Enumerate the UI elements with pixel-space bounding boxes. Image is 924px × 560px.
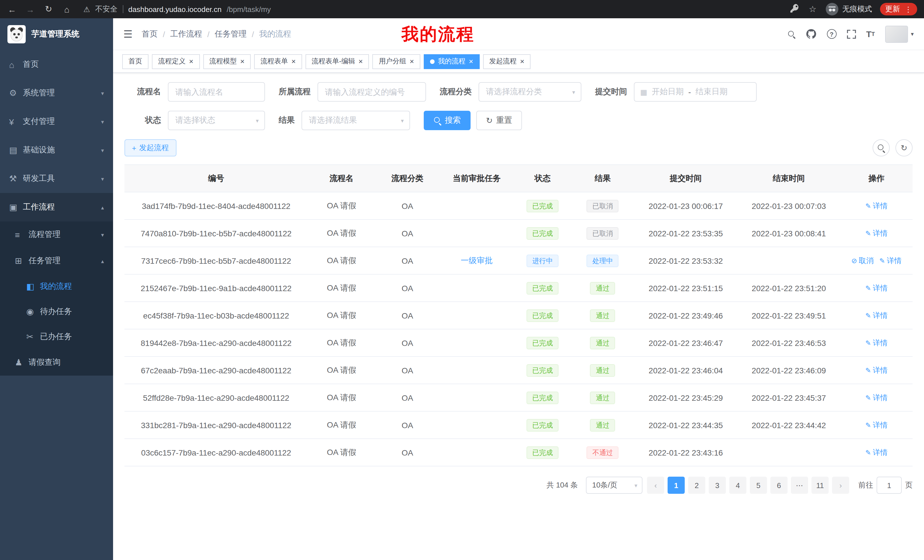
reset-button[interactable]: ↻ 重置 — [476, 111, 522, 130]
sidebar-item-done-tasks[interactable]: ✂已办任务 — [0, 324, 113, 349]
status-tag: 进行中 — [526, 254, 558, 267]
chevron-down-icon: ▾ — [393, 117, 404, 124]
tab-item[interactable]: 发起流程× — [483, 54, 531, 69]
sidebar-item-dev-tools[interactable]: ⚒研发工具▾ — [0, 165, 113, 193]
create-process-button[interactable]: + 发起流程 — [124, 139, 176, 156]
current-task-link[interactable]: 一级审批 — [461, 256, 493, 265]
app-logo[interactable]: 芋道管理系统 — [0, 18, 113, 50]
close-icon[interactable]: × — [291, 58, 296, 65]
detail-link[interactable]: ✎详情 — [879, 256, 902, 266]
sidebar-item-infrastructure[interactable]: ▤基础设施▾ — [0, 136, 113, 165]
page-button[interactable]: 3 — [709, 477, 726, 494]
detail-link[interactable]: ✎详情 — [866, 447, 888, 458]
table-head: 编号流程名流程分类当前审批任务状态结果提交时间结束时间操作 — [124, 165, 913, 192]
bookmark-star-icon[interactable]: ☆ — [807, 4, 818, 14]
detail-link[interactable]: ✎详情 — [866, 365, 888, 375]
page-button[interactable]: 5 — [750, 477, 767, 494]
plus-icon: + — [132, 144, 136, 152]
font-t-small: T — [872, 31, 875, 37]
browser-back-icon[interactable]: ← — [7, 4, 17, 14]
page-button[interactable]: 6 — [770, 477, 788, 494]
sidebar-item-leave-query[interactable]: ♟请假查询 — [0, 349, 113, 376]
cancel-link[interactable]: ⊘取消 — [851, 256, 873, 266]
sidebar-item-workflow[interactable]: ▣工作流程▴ — [0, 193, 113, 222]
result-tag: 已取消 — [587, 199, 619, 212]
close-icon[interactable]: × — [469, 58, 473, 65]
browser-forward-icon[interactable]: → — [25, 4, 35, 14]
breadcrumb-item[interactable]: 工作流程 — [170, 29, 202, 39]
process-definition-input[interactable] — [318, 82, 426, 102]
breadcrumb-item[interactable]: 首页 — [142, 29, 158, 39]
todo-icon: ◉ — [26, 307, 40, 317]
fullscreen-icon[interactable] — [847, 29, 856, 39]
user-menu[interactable]: ▾ — [885, 25, 914, 42]
process-name-input[interactable] — [168, 82, 265, 102]
tab-item[interactable]: 用户分组× — [373, 54, 420, 69]
prev-page-button[interactable]: ‹ — [647, 477, 664, 494]
next-page-button[interactable]: › — [832, 477, 849, 494]
detail-link[interactable]: ✎详情 — [866, 283, 888, 293]
goto-page-input[interactable] — [877, 477, 902, 494]
sidebar-item-system-management[interactable]: ⚙系统管理▾ — [0, 79, 113, 107]
detail-link[interactable]: ✎详情 — [866, 228, 888, 238]
breadcrumb-item[interactable]: 任务管理 — [215, 29, 247, 39]
tab-item[interactable]: 流程定义× — [152, 54, 200, 69]
search-icon[interactable] — [787, 30, 795, 38]
address-bar[interactable]: ⚠ 不安全 dashboard.yudao.iocoder.cn/bpm/tas… — [83, 4, 271, 14]
sidebar-item-payment-management[interactable]: ¥支付管理▾ — [0, 107, 113, 136]
search-button[interactable]: 搜索 — [424, 111, 471, 130]
incognito-badge[interactable]: 无痕模式 — [826, 3, 872, 15]
result-select[interactable]: 请选择流结果 ▾ — [302, 111, 410, 130]
update-button[interactable]: 更新 ⋮ — [880, 3, 917, 15]
tab-item[interactable]: 流程表单-编辑× — [306, 54, 369, 69]
more-pages-button[interactable]: ⋯ — [791, 477, 808, 494]
status-select[interactable]: 请选择状态 ▾ — [168, 111, 265, 130]
browser-menu-icon[interactable]: ⋮ — [904, 5, 912, 13]
detail-link[interactable]: ✎详情 — [866, 310, 888, 320]
cell-process-name: OA 请假 — [308, 356, 375, 384]
tab-item[interactable]: 流程表单× — [254, 54, 302, 69]
goto-page: 前往 页 — [858, 477, 913, 494]
tab-item[interactable]: 我的流程× — [424, 54, 479, 69]
tab-item[interactable]: 首页 — [122, 54, 148, 69]
detail-link[interactable]: ✎详情 — [866, 338, 888, 348]
sidebar-item-task-management[interactable]: ⊞任务管理▴ — [0, 248, 113, 274]
font-size-icon[interactable]: TT — [866, 29, 875, 39]
page-button[interactable]: 1 — [668, 477, 685, 494]
page-button[interactable]: 4 — [729, 477, 746, 494]
cell-process-name: OA 请假 — [308, 302, 375, 329]
sidebar-item-home[interactable]: ⌂首页 — [0, 50, 113, 79]
close-icon[interactable]: × — [410, 58, 414, 65]
sidebar-item-process-management[interactable]: ≡流程管理▾ — [0, 222, 113, 248]
page-button[interactable]: 11 — [812, 477, 829, 494]
fullscreen-icon-svg — [847, 29, 856, 39]
close-icon[interactable]: × — [189, 58, 193, 65]
detail-link[interactable]: ✎详情 — [866, 392, 888, 403]
browser-home-icon[interactable]: ⌂ — [62, 4, 72, 14]
tab-item[interactable]: 流程模型× — [203, 54, 251, 69]
column-header: 编号 — [124, 165, 308, 192]
github-icon[interactable] — [806, 28, 816, 39]
refresh-table-button[interactable]: ↻ — [896, 139, 913, 156]
submit-time-range-picker[interactable]: ▦ 开始日期 - 结束日期 — [634, 82, 757, 102]
hamburger-icon[interactable]: ☰ — [123, 28, 132, 40]
detail-link[interactable]: ✎详情 — [866, 420, 888, 430]
key-icon[interactable] — [789, 4, 800, 14]
close-icon[interactable]: × — [358, 58, 363, 65]
sidebar-item-todo-tasks[interactable]: ◉待办任务 — [0, 299, 113, 324]
category-select[interactable]: 请选择流程分类 ▾ — [478, 82, 581, 102]
browser-reload-icon[interactable]: ↻ — [44, 4, 54, 14]
cell-status: 已完成 — [514, 411, 572, 439]
help-icon[interactable]: ? — [826, 29, 836, 39]
cell-submit-time: 2022-01-22 23:49:46 — [634, 302, 737, 329]
action-label: 详情 — [873, 392, 888, 403]
show-search-button[interactable] — [873, 139, 890, 156]
close-icon[interactable]: × — [240, 58, 244, 65]
close-icon[interactable]: × — [520, 58, 524, 65]
page-size-select[interactable]: 10条/页 ▾ — [586, 477, 642, 494]
detail-link[interactable]: ✎详情 — [866, 201, 888, 211]
edit-icon: ✎ — [866, 284, 871, 292]
sidebar-item-my-process[interactable]: ◧我的流程 — [0, 274, 113, 299]
page-button[interactable]: 2 — [688, 477, 705, 494]
table-row: 3ad174fb-7b9d-11ec-8404-acde48001122OA 请… — [124, 192, 913, 220]
